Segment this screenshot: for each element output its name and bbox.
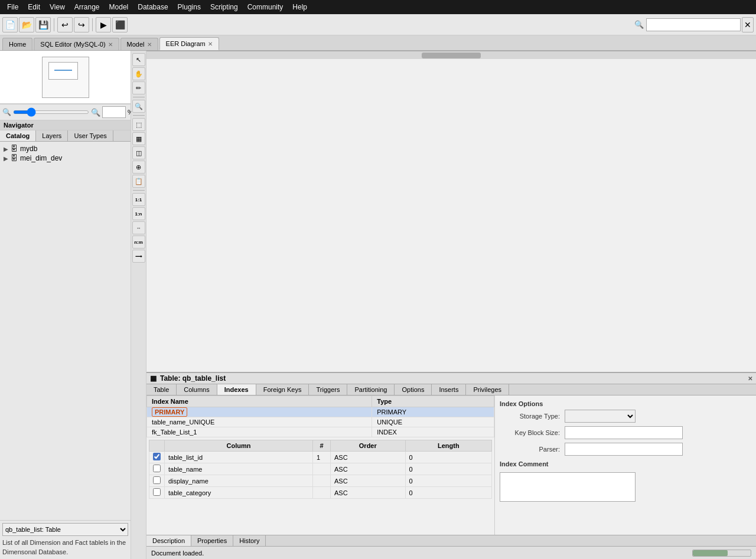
tab-eer-diagram-label: EER Diagram	[166, 40, 206, 47]
left-tab-catalog[interactable]: Catalog	[0, 130, 36, 141]
menu-database[interactable]: Database	[133, 2, 172, 12]
search-input[interactable]	[646, 18, 741, 31]
tree-label-mydb: mydb	[20, 145, 37, 153]
vt-line-11-button[interactable]: 1:1	[132, 193, 145, 206]
vt-line-1n-b-button[interactable]: ↔	[132, 221, 145, 234]
btab-options[interactable]: Options	[395, 384, 432, 395]
open-button[interactable]: 📂	[19, 17, 34, 32]
zoom-out-icon[interactable]: 🔍	[2, 108, 11, 116]
tab-eer-diagram-close[interactable]: ✕	[208, 41, 213, 47]
redo-button[interactable]: ↪	[74, 17, 89, 32]
toolbar-separator-1	[54, 18, 54, 31]
ic-name-table-list-id: table_list_id	[165, 452, 313, 463]
vt-eraser-button[interactable]: ✏	[132, 81, 145, 94]
tree-label-mei: mei_dim_dev	[20, 154, 62, 162]
vt-cursor-button[interactable]: ↖	[132, 53, 145, 66]
ic-col-column: Column	[165, 440, 313, 452]
ic-check-table-list-id[interactable]	[153, 453, 161, 460]
info-select[interactable]: qb_table_list: Table	[2, 523, 128, 536]
btab-table[interactable]: Table	[146, 384, 177, 395]
idx-type-primary: PRIMARY	[372, 407, 494, 417]
vt-procedure-button[interactable]: ⊕	[132, 161, 145, 174]
status-text: Document loaded.	[151, 550, 204, 557]
idx-row-fk[interactable]: fk_Table_List_1 INDEX	[147, 427, 494, 437]
ic-num-table-name	[312, 463, 330, 475]
btab-inserts[interactable]: Inserts	[432, 384, 466, 395]
canvas-wrapper: ⌥ — ▦ qb_fact_dimension ▼ 🔑 dimension_at…	[146, 51, 756, 372]
vt-line-1n-c-button[interactable]: ⟶	[132, 250, 145, 263]
desc-tab-properties[interactable]: Properties	[191, 535, 233, 546]
menu-model[interactable]: Model	[105, 2, 133, 12]
btab-fk[interactable]: Foreign Keys	[256, 384, 309, 395]
io-comment-textarea[interactable]	[500, 472, 636, 502]
tab-sql-editor-close[interactable]: ✕	[108, 41, 113, 48]
idx-row-primary[interactable]: PRIMARY PRIMARY	[147, 407, 494, 417]
menu-scripting[interactable]: Scripting	[206, 2, 243, 12]
ic-check-table-name[interactable]	[153, 465, 161, 472]
menu-arrange[interactable]: Arrange	[70, 2, 105, 12]
left-tab-user-types[interactable]: User Types	[68, 130, 113, 141]
btab-partition[interactable]: Partitioning	[347, 384, 395, 395]
vt-sep-2	[133, 115, 145, 116]
idx-row-unique[interactable]: table_name_UNIQUE UNIQUE	[147, 417, 494, 427]
menu-file[interactable]: File	[2, 2, 23, 12]
vt-hand-button[interactable]: ✋	[132, 67, 145, 80]
tab-home[interactable]: Home	[2, 38, 32, 50]
io-comment-section: Index Comment	[500, 460, 751, 504]
tab-model-close[interactable]: ✕	[147, 41, 152, 48]
vt-sep-1	[133, 97, 145, 97]
btab-triggers[interactable]: Triggers	[309, 384, 347, 395]
ic-check-table-category[interactable]	[153, 488, 161, 496]
tree-item-mydb[interactable]: ▶ 🗄 mydb	[2, 144, 128, 153]
undo-button[interactable]: ↩	[57, 17, 73, 32]
zoom-in-icon[interactable]: 🔍	[91, 108, 100, 117]
vt-note-button[interactable]: 📋	[132, 175, 145, 188]
bottom-panel-close[interactable]: ✕	[748, 375, 752, 382]
vt-line-nm-button[interactable]: n:m	[132, 236, 145, 249]
menu-community[interactable]: Community	[243, 2, 288, 12]
btab-indexes[interactable]: Indexes	[217, 384, 256, 395]
ic-row-table-category: table_category ASC 0	[149, 487, 492, 499]
menu-edit[interactable]: Edit	[23, 2, 45, 12]
tab-model-label: Model	[127, 41, 145, 48]
ic-len-table-name: 0	[405, 463, 491, 475]
vt-sep-3	[133, 190, 145, 191]
vt-line-1n-a-button[interactable]: 1:n	[132, 207, 145, 220]
btab-privileges[interactable]: Privileges	[466, 384, 509, 395]
search-clear-button[interactable]: ✕	[742, 17, 754, 32]
menu-help[interactable]: Help	[288, 2, 312, 12]
new-button[interactable]: 📄	[2, 17, 18, 32]
left-tab-layers[interactable]: Layers	[36, 130, 68, 141]
save-button[interactable]: 💾	[35, 17, 51, 32]
io-key-block-input[interactable]: 0	[565, 426, 683, 439]
ic-check-display-name[interactable]	[153, 476, 161, 484]
vt-layers-button[interactable]: ⬚	[132, 118, 145, 131]
nav-preview-inner	[42, 57, 89, 98]
execute-button[interactable]: ▶	[96, 17, 111, 32]
menu-plugins[interactable]: Plugins	[173, 2, 206, 12]
tab-sql-editor[interactable]: SQL Editor (MySQL-0) ✕	[34, 38, 119, 50]
tab-model[interactable]: Model ✕	[120, 38, 158, 50]
tree-item-mei-dim-dev[interactable]: ▶ 🗄 mei_dim_dev	[2, 153, 128, 163]
io-parser-input[interactable]	[565, 443, 683, 456]
stop-button[interactable]: ⬛	[112, 17, 128, 32]
btab-columns[interactable]: Columns	[177, 384, 217, 395]
zoom-value-input[interactable]: 100	[102, 106, 126, 118]
tab-eer-diagram[interactable]: EER Diagram ✕	[159, 37, 219, 50]
zoom-slider[interactable]	[13, 110, 89, 114]
desc-tab-history[interactable]: History	[233, 535, 266, 546]
ic-len-display-name: 0	[405, 475, 491, 487]
vt-view-button[interactable]: ◫	[132, 146, 145, 159]
io-parser-label: Parser:	[500, 446, 565, 453]
info-text: List of all Dimension and Fact tablels i…	[2, 538, 128, 557]
io-storage-type-select[interactable]	[565, 410, 636, 423]
main-area: 🔍 🔍 100 % ▼ Navigator Catalog Layers Use…	[0, 51, 756, 559]
vt-zoom-button[interactable]: 🔍	[132, 100, 145, 113]
vt-table-button[interactable]: ▦	[132, 132, 145, 145]
desc-tab-description[interactable]: Description	[146, 535, 191, 546]
ic-name-table-name: table_name	[165, 463, 313, 475]
menu-view[interactable]: View	[45, 2, 70, 12]
bottom-tabs: Table Columns Indexes Foreign Keys Trigg…	[146, 384, 756, 395]
h-scrollbar[interactable]	[146, 51, 756, 59]
ic-row-table-list-id: table_list_id 1 ASC 0	[149, 452, 492, 463]
